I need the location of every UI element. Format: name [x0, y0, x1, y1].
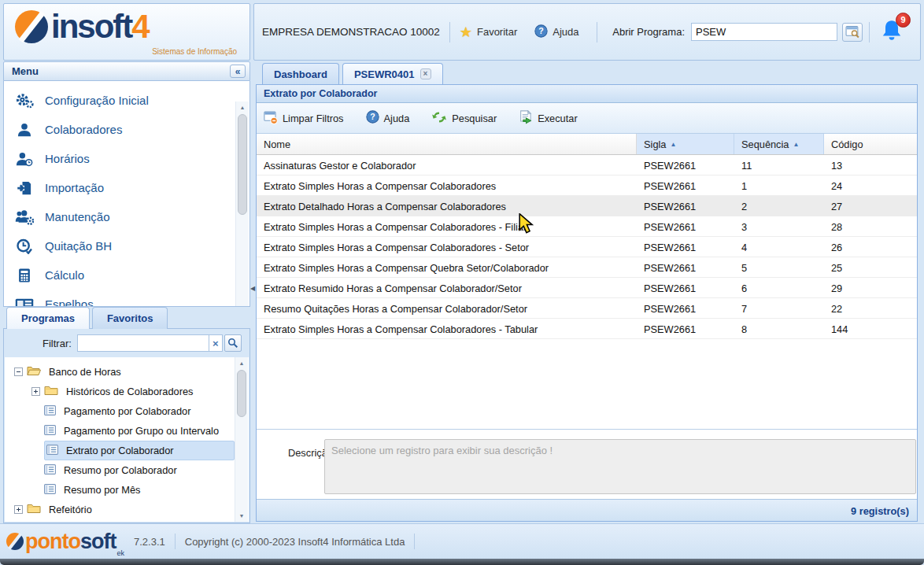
- cell-sequencia: 3: [734, 216, 824, 236]
- scroll-down-icon[interactable]: ▼: [235, 510, 248, 522]
- table-row[interactable]: Extrato Simples Horas a Compensar Colabo…: [257, 175, 917, 196]
- cell-nome: Assinaturas Gestor e Colaborador: [257, 155, 637, 175]
- column-header-nome[interactable]: Nome: [257, 134, 637, 154]
- tree-node-resumo-mes[interactable]: Resumo por Mês: [5, 480, 249, 500]
- import-icon: [14, 180, 35, 196]
- menu-item-espelhos[interactable]: Espelhos: [4, 290, 249, 307]
- tab-dashboard[interactable]: Dashboard: [262, 63, 339, 84]
- person-clock-icon: [14, 151, 35, 167]
- cell-sigla: PSEW2661: [637, 319, 734, 338]
- tab-programas[interactable]: Programas: [6, 307, 90, 329]
- tree-scrollbar[interactable]: ▲ ▼: [235, 357, 248, 522]
- cell-sigla: PSEW2661: [637, 298, 734, 318]
- menu-item-manutencao[interactable]: Manutenção: [4, 202, 249, 231]
- collapse-node-icon[interactable]: [14, 367, 23, 376]
- table-row[interactable]: Extrato Simples Horas a Compensar Colabo…: [257, 237, 917, 257]
- menu-item-importacao[interactable]: Importação: [4, 173, 249, 202]
- table-row[interactable]: Extrato Simples Horas a Compensar Quebra…: [257, 257, 917, 278]
- cell-sequencia: 7: [734, 298, 824, 318]
- favorite-button[interactable]: ★ Favoritar: [460, 24, 517, 41]
- collapse-sidebar-button[interactable]: «: [230, 65, 246, 78]
- table-row[interactable]: Extrato Resumido Horas a Compensar Colab…: [257, 278, 917, 298]
- tree-node-pagamento-colaborador[interactable]: Pagamento por Colaborador: [5, 401, 249, 421]
- column-header-sequencia[interactable]: Sequência ▲: [734, 134, 824, 154]
- cell-sigla: PSEW2661: [637, 257, 734, 277]
- column-header-sigla[interactable]: Sigla ▲: [637, 134, 734, 154]
- cell-codigo: 13: [824, 155, 917, 175]
- folder-icon: [27, 503, 41, 516]
- program-icon: [44, 483, 56, 497]
- description-textarea[interactable]: [324, 439, 916, 494]
- main-tabstrip: Dashboard PSEWR0401 ×: [256, 63, 918, 84]
- toolbar-help-button[interactable]: ? Ajuda: [366, 110, 410, 126]
- close-tab-icon[interactable]: ×: [420, 68, 431, 79]
- notification-badge: 9: [896, 13, 911, 28]
- expand-node-icon[interactable]: [14, 505, 23, 514]
- window-bottom-edge: [0, 559, 924, 565]
- refresh-icon: [431, 110, 447, 127]
- open-program-input[interactable]: [691, 23, 837, 41]
- cell-nome: Extrato Simples Horas a Compensar Quebra…: [257, 257, 637, 277]
- filter-clear-icon[interactable]: ×: [209, 334, 223, 352]
- help-icon: ?: [366, 110, 379, 126]
- star-icon: ★: [460, 24, 472, 41]
- menu-item-calculo[interactable]: Cálculo: [4, 260, 249, 290]
- expand-node-icon[interactable]: [31, 387, 40, 396]
- folder-icon: [44, 385, 58, 398]
- menu-item-configuracao[interactable]: Configuração Inicial: [4, 86, 249, 115]
- tree-node-historicos[interactable]: Históricos de Colaboradores: [5, 382, 249, 401]
- tree-node-refeitorio[interactable]: Refeitório: [5, 500, 249, 519]
- table-row[interactable]: Extrato Simples Horas a Compensar Colabo…: [257, 319, 917, 339]
- tree-node-extrato-colaborador[interactable]: Extrato por Colaborador: [5, 441, 249, 460]
- filter-input[interactable]: [77, 334, 209, 352]
- cell-codigo: 29: [824, 278, 917, 297]
- cell-sigla: PSEW2661: [637, 216, 734, 236]
- cell-codigo: 22: [824, 298, 917, 318]
- table-row[interactable]: Resumo Quitações Horas a Compensar Colab…: [257, 298, 917, 319]
- cell-sigla: PSEW2661: [637, 278, 734, 297]
- cell-sequencia: 11: [734, 155, 824, 175]
- table-row[interactable]: Extrato Detalhado Horas a Compensar Cola…: [257, 196, 917, 216]
- help-button[interactable]: ? Ajuda: [534, 24, 578, 40]
- menu-scrollbar[interactable]: ▲ ▼: [235, 102, 249, 307]
- execute-icon: [519, 110, 533, 127]
- cell-nome: Extrato Simples Horas a Compensar Colabo…: [257, 216, 637, 236]
- clear-filters-button[interactable]: Limpar Filtros: [264, 110, 344, 127]
- scroll-up-icon[interactable]: ▲: [235, 357, 248, 369]
- table-row[interactable]: Assinaturas Gestor e Colaborador PSEW266…: [257, 155, 917, 175]
- tree-node-pagamento-grupo[interactable]: Pagamento por Grupo ou Intervalo: [5, 421, 249, 441]
- copyright: Copyright (c) 2000-2023 Insoft4 Informát…: [185, 536, 405, 548]
- tab-psewr0401[interactable]: PSEWR0401 ×: [342, 63, 443, 84]
- column-header-codigo[interactable]: Código: [824, 134, 917, 154]
- filter-row: Filtrar: ×: [4, 329, 249, 357]
- tree-scroll-thumb[interactable]: [237, 370, 246, 417]
- search-button[interactable]: Pesquisar: [431, 110, 497, 127]
- record-count: 9 registro(s): [257, 499, 917, 521]
- logo-tagline: Sistemas de Informação: [152, 47, 237, 56]
- open-program-button[interactable]: [842, 23, 863, 42]
- table-body: Assinaturas Gestor e Colaborador PSEW266…: [257, 155, 917, 339]
- monitor-icon: [14, 298, 35, 307]
- tab-favoritos[interactable]: Favoritos: [92, 307, 168, 329]
- notifications-button[interactable]: 9: [879, 19, 906, 46]
- cell-sigla: PSEW2661: [637, 175, 734, 195]
- cell-codigo: 144: [824, 319, 917, 338]
- menu-item-horarios[interactable]: Horários: [4, 144, 249, 173]
- menu-scroll-thumb[interactable]: [238, 114, 247, 215]
- insoft4-logo-icon: [15, 10, 48, 43]
- tree-node-resumo-colaborador[interactable]: Resumo por Colaborador: [5, 460, 249, 480]
- table-row[interactable]: Extrato Simples Horas a Compensar Colabo…: [257, 216, 917, 237]
- people-gear-icon: [14, 209, 35, 225]
- pontosoft-logo-text: pontosoft: [25, 531, 116, 552]
- window-search-icon: [845, 25, 860, 39]
- tree-node-banco-de-horas[interactable]: Banco de Horas: [5, 362, 249, 382]
- filter-search-button[interactable]: [224, 334, 242, 352]
- menu-item-quitacao[interactable]: Quitação BH: [4, 231, 249, 260]
- menu-item-colaboradores[interactable]: Colaboradores: [4, 115, 249, 144]
- execute-button[interactable]: Executar: [519, 110, 578, 127]
- splitter-collapse-icon[interactable]: ◀: [250, 285, 255, 292]
- sort-asc-icon: ▲: [793, 141, 799, 148]
- insoft4-logo-text: insoft4: [51, 10, 149, 43]
- scroll-up-icon[interactable]: ▲: [236, 102, 249, 113]
- cell-nome: Extrato Simples Horas a Compensar Colabo…: [257, 175, 637, 195]
